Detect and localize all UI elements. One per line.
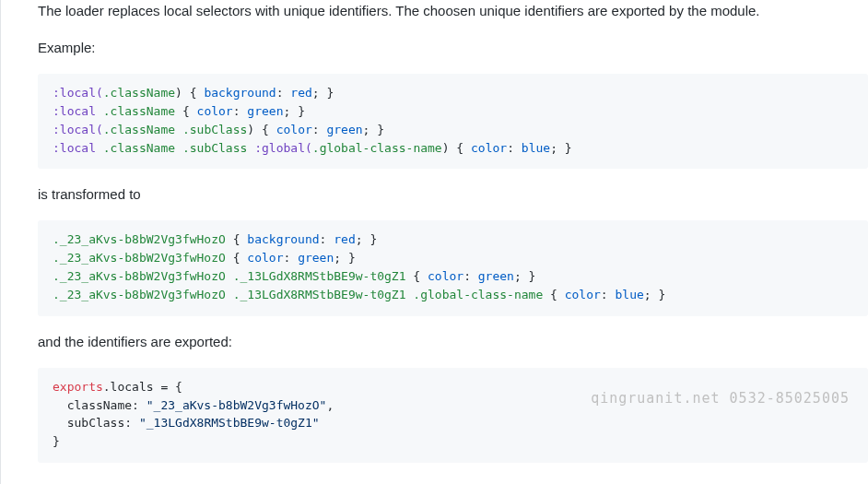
token: ; } [284, 104, 305, 118]
token: .global-class-name [413, 288, 543, 301]
token: "_13LGdX8RMStbBE9w-t0gZ1" [139, 416, 320, 430]
token: blue [522, 141, 550, 155]
transformed-label: is transformed to [38, 183, 868, 206]
token: color [247, 251, 283, 265]
token: : [132, 398, 147, 412]
token: : [233, 104, 248, 118]
token: :local [53, 141, 103, 155]
token: .className [103, 123, 175, 136]
token: ._23_aKvs-b8bW2Vg3fwHozO [53, 288, 226, 301]
token: : [124, 416, 139, 430]
code-block-exports: exports.locals = { className: "_23_aKvs-… [38, 368, 868, 463]
token: className [53, 398, 132, 412]
token: { [543, 288, 564, 301]
code-block-output: ._23_aKvs-b8bW2Vg3fwHozO { background: r… [38, 220, 868, 315]
token: blue [616, 288, 644, 301]
token: ._13LGdX8RMStbBE9w-t0gZ1 [233, 269, 406, 283]
token: : [463, 269, 478, 283]
token: background [247, 232, 319, 246]
token: red [290, 86, 311, 100]
token: color [276, 123, 312, 136]
code-content-source: :local(.className) { background: red; } … [53, 86, 572, 155]
token: : [320, 232, 334, 246]
token: color [197, 104, 233, 118]
token: { [226, 251, 247, 265]
token: green [247, 104, 283, 118]
token: .className [103, 104, 175, 118]
token: ; } [312, 86, 334, 100]
token: red [334, 232, 355, 246]
token: :global( [247, 141, 311, 155]
token: : [507, 141, 522, 155]
token: ; } [356, 232, 377, 246]
token: .subClass [182, 123, 247, 136]
token: subClass [53, 416, 124, 430]
token: ) { [175, 86, 204, 100]
token: green [298, 251, 334, 265]
token: :local( [53, 86, 103, 100]
token: ; } [334, 251, 355, 265]
token: color [428, 269, 463, 283]
token: : [283, 251, 298, 265]
token: ._23_aKvs-b8bW2Vg3fwHozO [53, 251, 226, 265]
token: : [601, 288, 616, 301]
token: "_23_aKvs-b8bW2Vg3fwHozO" [147, 398, 327, 412]
token: color [565, 288, 601, 301]
token: ; } [644, 288, 665, 301]
token: , [326, 398, 334, 412]
code-content-exports: exports.locals = { className: "_23_aKvs-… [53, 380, 334, 449]
token: .locals = { [103, 380, 182, 394]
token: background [204, 86, 276, 100]
token: :local( [53, 123, 103, 136]
token: .className [103, 86, 175, 100]
token: ._13LGdX8RMStbBE9w-t0gZ1 [233, 288, 406, 301]
token: ) { [442, 141, 471, 155]
code-block-source: :local(.className) { background: red; } … [38, 74, 868, 169]
token: } [53, 434, 60, 448]
exported-label: and the identifiers are exported: [38, 331, 868, 353]
token: ; } [363, 123, 384, 136]
token: ) { [247, 123, 276, 136]
code-content-output: ._23_aKvs-b8bW2Vg3fwHozO { background: r… [53, 232, 665, 301]
token: exports [53, 380, 103, 394]
token [226, 269, 233, 283]
token: green [478, 269, 514, 283]
token: color [471, 141, 507, 155]
token: ._23_aKvs-b8bW2Vg3fwHozO [53, 269, 226, 283]
token: ; } [514, 269, 535, 283]
token: .subClass [182, 141, 247, 155]
token: ; } [550, 141, 571, 155]
token: { [226, 232, 247, 246]
token [226, 288, 233, 301]
document-container: The loader replaces local selectors with… [0, 0, 868, 484]
token: ._23_aKvs-b8bW2Vg3fwHozO [53, 232, 226, 246]
token: { [175, 104, 196, 118]
token: green [326, 123, 362, 136]
token [175, 123, 182, 136]
token: : [276, 86, 291, 100]
token: :local [53, 104, 103, 118]
token: .className [103, 141, 175, 155]
token: { [406, 269, 428, 283]
token [175, 141, 182, 155]
token: : [312, 123, 327, 136]
intro-paragraph: The loader replaces local selectors with… [38, 0, 868, 22]
example-label: Example: [38, 37, 868, 59]
token: .global-class-name [312, 141, 442, 155]
